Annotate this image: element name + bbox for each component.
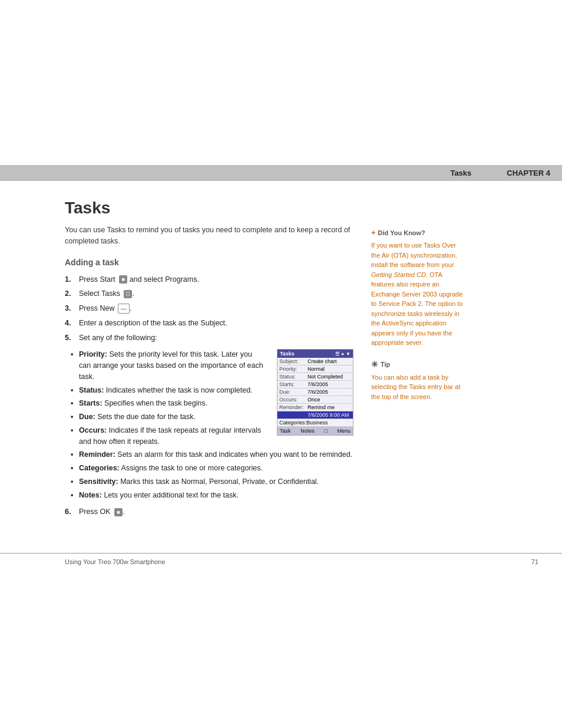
tasks-icon: ☷	[124, 290, 132, 298]
ok-icon: ■	[114, 508, 123, 516]
content-wrapper: Tasks You can use Tasks to remind you of…	[0, 181, 562, 541]
plus-icon: +	[371, 228, 376, 237]
chapter-header-bar: Tasks CHAPTER 4	[0, 165, 562, 181]
step-3: Press New ―.	[65, 303, 353, 314]
did-you-know-label: Did You Know?	[378, 229, 425, 236]
chapter-label: CHAPTER 4	[507, 169, 550, 177]
footer-bar: Using Your Treo 700w Smartphone 71	[0, 553, 562, 570]
tip-box: ✳ Tip You can also add a task by selecti…	[371, 360, 465, 402]
getting-started-cd-text: Getting Started CD	[371, 271, 426, 278]
step-6-text: Press OK ■.	[79, 506, 124, 518]
footer-left: Using Your Treo 700w Smartphone	[65, 558, 166, 565]
bullet-priority: Priority: Sets the priority level for th…	[71, 349, 353, 382]
sidebar-column: + Did You Know? If you want to use Tasks…	[371, 199, 465, 523]
did-you-know-body: If you want to use Tasks Over the Air (O…	[371, 241, 465, 348]
step6-list: Press OK ■.	[65, 506, 353, 518]
bullet-starts: Starts: Specifies when the task begins.	[71, 398, 353, 409]
bullet-status: Status: Indicates whether the task is no…	[71, 385, 353, 396]
step-2: Select Tasks ☷.	[65, 288, 353, 299]
step-4-text: Enter a description of the task as the S…	[79, 318, 227, 329]
step-5-text: Set any of the following:	[79, 332, 157, 344]
step-1-text: Press Start ■ and select Programs.	[79, 274, 199, 285]
bullet-occurs: Occurs: Indicates if the task repeats at…	[71, 425, 353, 447]
footer-right: 71	[531, 558, 538, 565]
bullet-priority-term: Priority:	[79, 350, 107, 358]
bullet-categories: Categories: Assigns the task to one or m…	[71, 463, 353, 474]
bullet-status-term: Status:	[79, 386, 104, 394]
tip-body: You can also add a task by selecting the…	[371, 373, 465, 402]
adding-section-heading: Adding a task	[65, 258, 353, 267]
intro-text: You can use Tasks to remind you of tasks…	[65, 225, 353, 247]
bullets-list: Priority: Sets the priority level for th…	[65, 349, 353, 500]
bullet-categories-term: Categories:	[79, 464, 120, 472]
section-title: Tasks	[450, 169, 471, 177]
bullet-sensitivity-term: Sensitivity:	[79, 477, 118, 486]
bullet-starts-term: Starts:	[79, 399, 103, 407]
steps-list: Press Start ■ and select Programs. Selec…	[65, 274, 353, 344]
step-4: Enter a description of the task as the S…	[65, 318, 353, 329]
step-6: Press OK ■.	[65, 506, 353, 518]
bullet-due-term: Due:	[79, 413, 95, 421]
start-icon: ■	[119, 275, 127, 284]
did-you-know-box: + Did You Know? If you want to use Tasks…	[371, 228, 465, 348]
page-title: Tasks	[65, 199, 353, 218]
bullet-reminder-term: Reminder:	[79, 450, 115, 459]
tip-label: Tip	[381, 361, 390, 368]
asterisk-icon: ✳	[371, 360, 378, 369]
step-5: Set any of the following:	[65, 332, 353, 344]
step-2-text: Select Tasks ☷.	[79, 288, 134, 299]
new-icon: ―	[118, 304, 130, 314]
bullet-notes-term: Notes:	[79, 491, 102, 499]
bullet-due: Due: Sets the due date for the task.	[71, 411, 353, 423]
step-1: Press Start ■ and select Programs.	[65, 274, 353, 285]
tip-title: ✳ Tip	[371, 360, 465, 369]
bullet-notes: Notes: Lets you enter additional text fo…	[71, 490, 353, 501]
step-3-text: Press New ―.	[79, 303, 131, 314]
bullet-sensitivity: Sensitivity: Marks this task as Normal, …	[71, 476, 353, 487]
main-column: Tasks You can use Tasks to remind you of…	[65, 199, 353, 523]
bullet-reminder: Reminder: Sets an alarm for this task an…	[71, 449, 353, 460]
did-you-know-title: + Did You Know?	[371, 228, 465, 237]
bullet-occurs-term: Occurs:	[79, 426, 107, 434]
